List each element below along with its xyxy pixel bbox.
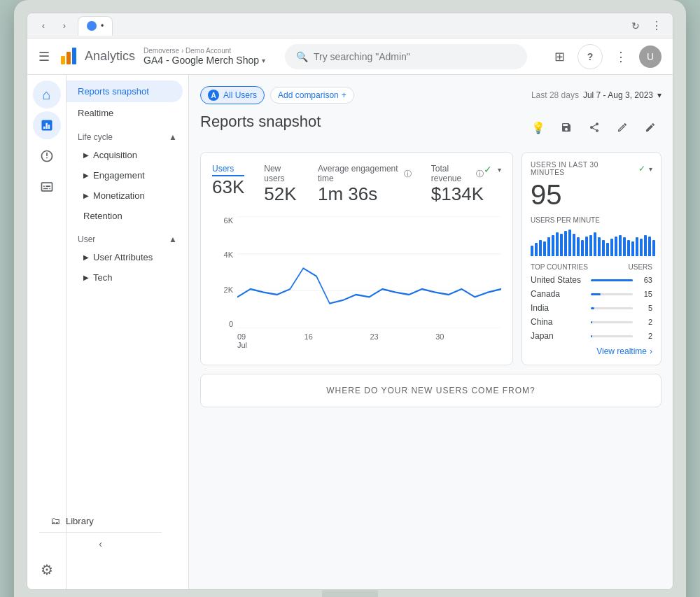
chart-area: 6K 4K 2K 0: [212, 216, 501, 328]
sidebar-item-engagement[interactable]: ▶ Engagement: [66, 165, 183, 185]
users-label: Users: [212, 164, 244, 176]
sidebar-icon-home[interactable]: ⌂: [33, 80, 61, 108]
metric-status-chip[interactable]: ✓ ▾: [484, 164, 501, 175]
sidebar-icon-advertising[interactable]: [33, 173, 61, 201]
sidebar-item-label: Reports snapshot: [78, 86, 149, 97]
sidebar-item-user-attributes[interactable]: ▶ User Attributes: [66, 247, 183, 267]
chevron-right-icon: ▶: [83, 151, 89, 159]
hamburger-button[interactable]: ☰: [38, 49, 50, 64]
x-label: 16: [304, 332, 313, 349]
browser-back-button[interactable]: ‹: [36, 18, 51, 34]
all-users-chip[interactable]: A All Users: [200, 86, 265, 104]
realtime-count: 95: [531, 179, 652, 211]
nav-section-lifecycle[interactable]: Life cycle ▲: [66, 124, 188, 145]
reload-button[interactable]: ↻: [628, 18, 643, 34]
arrow-right-icon: ›: [650, 346, 652, 356]
nav-sidebar: Reports snapshot Realtime Life cycle ▲ ▶…: [66, 75, 189, 589]
realtime-check-icon: ✓: [638, 164, 646, 174]
country-bar: [591, 293, 601, 295]
total-revenue-label: Total revenue ⓘ: [431, 164, 484, 183]
logo-container: Analytics: [58, 46, 135, 67]
sidebar-item-tech[interactable]: ▶ Tech: [66, 267, 183, 288]
avatar[interactable]: U: [639, 45, 662, 68]
add-comparison-label: Add comparison: [278, 90, 339, 100]
check-icon: ✓: [484, 164, 492, 175]
mini-bar: [602, 240, 605, 256]
browser-tab[interactable]: •: [78, 16, 113, 36]
share-button[interactable]: [583, 116, 606, 139]
realtime-header: USERS IN LAST 30 MINUTES ✓ ▾: [531, 161, 652, 176]
save-button[interactable]: [555, 116, 578, 139]
icon-sidebar-bottom: ⚙: [33, 556, 61, 584]
insights-button[interactable]: 💡: [527, 116, 550, 139]
browser-menu-button[interactable]: ⋮: [649, 18, 664, 34]
country-value: 2: [638, 332, 652, 340]
grid-view-button[interactable]: ⊞: [547, 44, 572, 69]
date-range-label: Last 28 days: [531, 90, 579, 100]
customize-button[interactable]: [611, 116, 634, 139]
nav-collapse-button[interactable]: ‹: [66, 532, 162, 555]
realtime-chip-arrow-icon: ▾: [649, 165, 653, 173]
sidebar-item-acquisition[interactable]: ▶ Acquisition: [66, 145, 183, 165]
realtime-status-chip[interactable]: ✓ ▾: [638, 164, 652, 174]
x-label: 30: [435, 332, 444, 349]
mini-bar: [631, 241, 634, 256]
sidebar-icon-explore[interactable]: [33, 142, 61, 170]
sidebar-item-realtime[interactable]: Realtime: [66, 102, 183, 124]
country-bar: [591, 335, 592, 337]
info-icon: ⓘ: [404, 169, 412, 179]
sidebar-item-monetization[interactable]: ▶ Monetization: [66, 185, 183, 206]
sidebar-item-library[interactable]: 🗂 Library: [66, 510, 162, 532]
mini-bar: [623, 237, 626, 256]
chevron-right-icon: ▶: [83, 274, 89, 281]
countries-list: United States 63 Canada 15 India 5 China…: [531, 275, 652, 341]
realtime-subheader: USERS PER MINUTE: [531, 216, 652, 224]
nav-section-user[interactable]: User ▲: [66, 226, 188, 247]
chevron-up-icon: ▲: [169, 234, 177, 244]
more-options-button[interactable]: ⋮: [608, 44, 634, 69]
country-bar-container: [591, 307, 633, 309]
new-users-label: New users: [264, 164, 298, 183]
page-title-row: Reports snapshot 💡: [200, 113, 662, 142]
pencil-button[interactable]: [639, 116, 662, 139]
mini-bar: [615, 237, 617, 257]
app-header: ☰ Analytics Demoverse › Demo Account GA4…: [27, 38, 673, 75]
breadcrumb-main[interactable]: GA4 - Google Merch Shop ▾: [144, 55, 265, 66]
view-realtime-link[interactable]: View realtime ›: [531, 346, 652, 356]
chevron-right-icon: ▶: [83, 171, 89, 179]
metrics-card: Users 63K New users 52K Average engagem: [200, 152, 513, 365]
date-range-picker[interactable]: Last 28 days Jul 7 - Aug 3, 2023 ▾: [531, 90, 662, 100]
sidebar-icon-reports[interactable]: [33, 111, 61, 139]
help-button[interactable]: ?: [578, 44, 603, 69]
sidebar-item-retention[interactable]: Retention: [66, 206, 183, 226]
mini-bar: [644, 235, 647, 256]
search-box[interactable]: 🔍: [285, 44, 527, 69]
logo-text: Analytics: [85, 49, 135, 64]
metric-new-users: New users 52K: [264, 164, 298, 205]
x-label: 23: [370, 332, 378, 349]
country-name: India: [531, 303, 591, 313]
mini-bar: [619, 235, 622, 256]
header-actions: ⊞ ? ⋮ U: [547, 44, 662, 69]
monitor-stand: [27, 590, 673, 597]
country-row: China 2: [531, 317, 652, 327]
sidebar-item-reports-snapshot[interactable]: Reports snapshot: [66, 80, 183, 102]
avg-engagement-value: 1m 36s: [318, 183, 412, 205]
add-comparison-button[interactable]: Add comparison +: [270, 87, 354, 104]
search-input[interactable]: [314, 51, 516, 62]
hamburger-icon: ☰: [38, 49, 50, 64]
mini-bar: [594, 232, 596, 256]
date-range-dates: Jul 7 - Aug 3, 2023: [583, 90, 653, 100]
date-dropdown-icon: ▾: [657, 90, 662, 100]
browser-forward-button[interactable]: ›: [57, 18, 72, 34]
metrics-values: Users 63K New users 52K Average engagem: [212, 164, 484, 205]
avg-engagement-label: Average engagement time ⓘ: [318, 164, 412, 183]
dropdown-arrow-icon: ▾: [262, 57, 265, 64]
countries-col-header: TOP COUNTRIES: [531, 263, 588, 271]
browser-bar: ‹ › • ↻ ⋮: [27, 13, 673, 38]
mini-bar: [606, 243, 609, 256]
mini-bar: [581, 240, 584, 256]
sidebar-icon-settings[interactable]: ⚙: [33, 556, 61, 584]
svg-rect-1: [66, 52, 71, 64]
country-bar: [591, 321, 592, 323]
